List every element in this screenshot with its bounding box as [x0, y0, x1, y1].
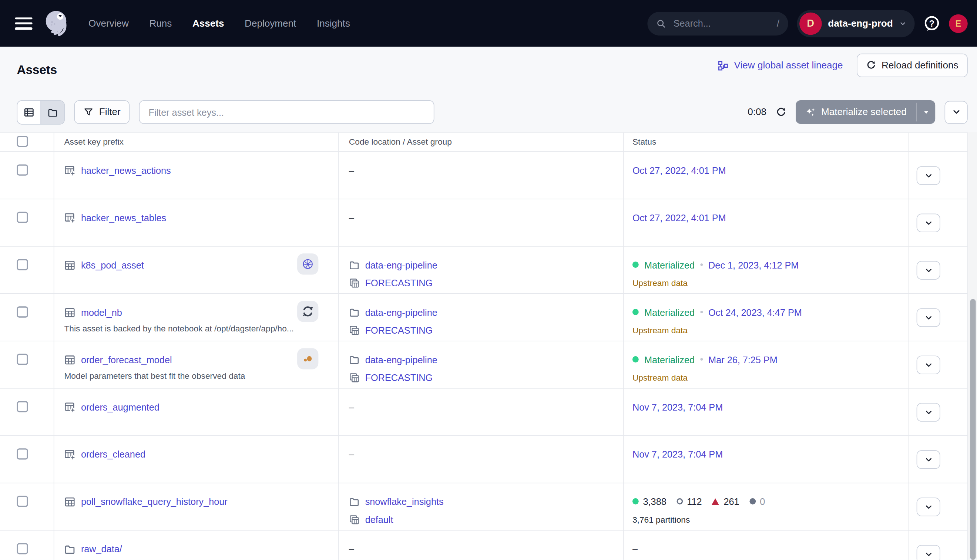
asset-key-link[interactable]: orders_cleaned — [81, 449, 145, 460]
refresh-icon[interactable] — [776, 107, 787, 118]
folder-icon — [349, 354, 360, 365]
row-checkbox[interactable] — [17, 543, 28, 554]
scrollbar-thumb[interactable] — [970, 299, 975, 560]
asset-description: Model parameters that best fit the obser… — [64, 371, 245, 380]
jupyter-icon — [302, 305, 314, 318]
asset-key-link[interactable]: model_nb — [81, 307, 122, 318]
materialized-label: Materialized — [644, 354, 695, 365]
compute-kind-tag[interactable] — [297, 348, 318, 369]
materialization-date-link[interactable]: Oct 27, 2022, 4:01 PM — [633, 165, 726, 175]
status-cell: MaterializedOct 24, 2023, 4:47 PMUpstrea… — [633, 304, 802, 338]
search-shortcut-hint: / — [777, 18, 779, 29]
row-expand-button[interactable] — [917, 308, 940, 327]
refresh-icon — [866, 60, 876, 70]
code-location-link[interactable]: data-eng-pipeline — [365, 259, 438, 270]
compute-kind-tag[interactable] — [297, 253, 318, 275]
row-checkbox[interactable] — [17, 164, 28, 175]
help-icon[interactable]: ? — [924, 15, 940, 32]
chevron-down-icon — [924, 456, 933, 464]
nav-item-runs[interactable]: Runs — [149, 18, 172, 29]
deployment-badge: D — [799, 12, 822, 35]
materialization-date-link[interactable]: Nov 7, 2023, 7:04 PM — [633, 449, 723, 459]
row-expand-button[interactable] — [917, 403, 940, 422]
materialization-date-link[interactable]: Oct 24, 2023, 4:47 PM — [708, 307, 802, 317]
asset-key-link[interactable]: poll_snowflake_query_history_hour — [81, 497, 227, 507]
row-checkbox[interactable] — [17, 448, 28, 459]
empty-value: – — [349, 212, 354, 223]
search-input[interactable] — [672, 17, 770, 29]
dagster-logo-icon[interactable] — [42, 8, 72, 38]
code-location-link[interactable]: data-eng-pipeline — [365, 354, 438, 365]
menu-icon[interactable] — [15, 17, 32, 30]
asset-group-link[interactable]: FORECASTING — [365, 325, 433, 335]
table-icon — [64, 354, 75, 365]
collapse-all-button[interactable] — [944, 101, 967, 123]
filter-button-label: Filter — [99, 107, 121, 118]
chevron-down-icon — [924, 172, 933, 180]
code-location-link[interactable]: data-eng-pipeline — [365, 307, 438, 317]
materialize-selected-button[interactable]: Materialize selected — [796, 100, 935, 124]
view-global-asset-lineage-link[interactable]: View global asset lineage — [718, 60, 843, 71]
refresh-countdown: 0:08 — [748, 107, 767, 118]
row-expand-button[interactable] — [917, 545, 940, 560]
row-expand-button[interactable] — [917, 167, 940, 185]
asset-key-link[interactable]: raw_data/ — [81, 544, 122, 555]
code-location-link[interactable]: snowflake_insights — [365, 496, 444, 507]
table-icon — [64, 307, 75, 318]
materialization-date-link[interactable]: Dec 1, 2023, 4:12 PM — [708, 259, 798, 270]
table-row: k8s_pod_asset data-eng-pipeline FORECAST… — [0, 247, 968, 294]
row-expand-button[interactable] — [917, 497, 940, 517]
asset-graph-icon — [64, 449, 75, 460]
row-checkbox[interactable] — [17, 401, 28, 412]
nav-item-overview[interactable]: Overview — [89, 18, 129, 29]
filter-asset-keys-input[interactable] — [139, 100, 434, 124]
asset-key-link[interactable]: hacker_news_tables — [81, 212, 166, 223]
lineage-icon — [718, 60, 729, 71]
materialization-date-link[interactable]: Nov 7, 2023, 7:04 PM — [633, 401, 723, 412]
folder-view-button[interactable] — [40, 101, 64, 123]
user-avatar[interactable]: E — [949, 14, 968, 33]
filter-button[interactable]: Filter — [74, 100, 130, 124]
row-expand-button[interactable] — [917, 261, 940, 280]
row-checkbox[interactable] — [17, 259, 28, 270]
asset-graph-icon — [64, 212, 75, 223]
asset-key-link[interactable]: hacker_news_actions — [81, 165, 171, 176]
row-expand-button[interactable] — [917, 355, 940, 374]
asset-key-link[interactable]: orders_augmented — [81, 402, 160, 412]
nav-item-deployment[interactable]: Deployment — [245, 18, 296, 29]
row-expand-button[interactable] — [917, 450, 940, 469]
nav-item-assets[interactable]: Assets — [192, 18, 224, 29]
materialize-options-caret[interactable] — [917, 100, 935, 124]
asset-group-link[interactable]: default — [365, 514, 393, 525]
materialized-dot-icon — [633, 498, 639, 505]
partition-count: 0 — [760, 496, 765, 507]
list-view-button[interactable] — [17, 101, 40, 123]
nav-item-insights[interactable]: Insights — [317, 18, 350, 29]
chevron-down-icon — [924, 314, 933, 322]
compute-kind-tag[interactable] — [297, 301, 318, 322]
chevron-down-icon — [924, 361, 933, 369]
lineage-link-label: View global asset lineage — [734, 60, 843, 71]
row-checkbox[interactable] — [17, 496, 28, 507]
separator-dot-icon — [700, 311, 703, 313]
deployment-switcher[interactable]: D data-eng-prod — [797, 10, 915, 37]
row-checkbox[interactable] — [17, 353, 28, 365]
asset-key-link[interactable]: order_forecast_model — [81, 354, 172, 365]
chevron-down-icon — [924, 219, 933, 227]
status-cell: MaterializedDec 1, 2023, 4:12 PMUpstream… — [633, 257, 798, 291]
row-checkbox[interactable] — [17, 212, 28, 223]
reload-definitions-button[interactable]: Reload definitions — [857, 53, 968, 77]
row-checkbox[interactable] — [17, 306, 28, 317]
row-expand-button[interactable] — [917, 213, 940, 232]
materialization-date-link[interactable]: Mar 26, 7:25 PM — [708, 354, 778, 365]
folder-view-icon — [47, 107, 58, 118]
materialization-date-link[interactable]: Oct 27, 2022, 4:01 PM — [633, 212, 726, 223]
code-location-cell: data-eng-pipeline FORECASTING — [349, 257, 438, 291]
nav-right-cluster: / D data-eng-prod ? E — [647, 10, 968, 37]
asset-group-link[interactable]: FORECASTING — [365, 372, 433, 383]
global-search[interactable]: / — [647, 12, 788, 35]
select-all-checkbox[interactable] — [17, 136, 28, 147]
asset-group-link[interactable]: FORECASTING — [365, 277, 433, 288]
asset-key-link[interactable]: k8s_pod_asset — [81, 260, 144, 270]
search-icon — [656, 18, 666, 28]
